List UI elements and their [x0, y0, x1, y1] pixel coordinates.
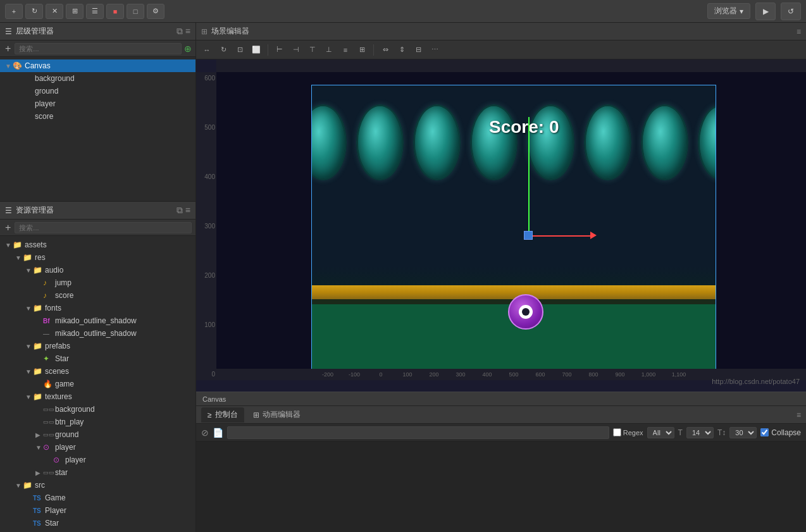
- browser-button[interactable]: 浏览器 ▾: [707, 3, 750, 19]
- tree-item-prefabs[interactable]: ▼ 📁 prefabs: [0, 340, 195, 352]
- tree-item-player-folder[interactable]: ▼ ⊙ player: [0, 441, 195, 454]
- oval-8: [698, 104, 716, 180]
- chevron-down-icon: ▾: [740, 7, 743, 16]
- tree-item-player-texture[interactable]: ⊙ player: [0, 454, 195, 466]
- group-btn[interactable]: ⊟: [411, 43, 425, 57]
- refresh-btn[interactable]: ↻: [25, 4, 43, 19]
- clear-console-btn[interactable]: ⊘: [201, 428, 209, 438]
- x-label-600: 600: [527, 371, 554, 378]
- console-filter-input[interactable]: [227, 426, 609, 439]
- rect-tool-btn[interactable]: ⬜: [249, 43, 263, 57]
- canvas-label-bar: Canvas: [196, 392, 806, 405]
- game-scene-label: game: [55, 380, 74, 388]
- res-folder-icon: 📁: [23, 253, 33, 262]
- hierarchy-copy-btn[interactable]: ⧉: [177, 26, 183, 37]
- scale-tool-btn[interactable]: ⊡: [233, 43, 247, 57]
- move-tool-btn[interactable]: ↔: [200, 43, 214, 57]
- ground-label: ground: [35, 87, 58, 96]
- regex-label: Regex: [623, 429, 643, 436]
- settings-btn[interactable]: ⚙: [147, 4, 164, 19]
- tab-console[interactable]: ≥ 控制台: [201, 407, 244, 423]
- src-label: src: [35, 481, 45, 490]
- tree-item-score-asset[interactable]: ♪ score: [0, 289, 195, 302]
- align-right-btn[interactable]: ⊤: [306, 43, 319, 57]
- align-mid-btn[interactable]: ≡: [338, 43, 352, 57]
- scene-menu-btn[interactable]: ≡: [797, 27, 801, 36]
- tree-item-font1[interactable]: Bf mikado_outline_shadow: [0, 314, 195, 327]
- dist-v-btn[interactable]: ⇕: [395, 43, 409, 57]
- align-left-btn[interactable]: ⊢: [273, 43, 287, 57]
- add-btn[interactable]: +: [5, 4, 23, 19]
- score-audio-icon: ♪: [43, 291, 53, 300]
- tree-item-btn-play[interactable]: ▭▭ btn_play: [0, 416, 195, 428]
- canvas-label: Canvas: [25, 61, 51, 70]
- tree-item-scenes[interactable]: ▼ 📁 scenes: [0, 365, 195, 378]
- regex-checkbox[interactable]: [613, 428, 621, 436]
- assets-tree: ▼ 📁 assets ▼ 📁 res ▼ 📁 audio: [0, 236, 195, 532]
- tree-item-src[interactable]: ▼ 📁 src: [0, 479, 195, 492]
- y-label-300: 300: [197, 223, 215, 230]
- oval-3: [413, 104, 461, 180]
- tree-item-canvas[interactable]: ▼ 🎨 Canvas: [0, 59, 195, 72]
- tree-item-star-prefab[interactable]: ✦ Star: [0, 352, 195, 365]
- assets-copy-btn[interactable]: ⧉: [177, 205, 183, 216]
- assets-search-input[interactable]: [15, 222, 192, 233]
- star-texture-label: star: [55, 468, 68, 477]
- reload-button[interactable]: ↺: [781, 3, 801, 20]
- tree-item-jump[interactable]: ♪ jump: [0, 276, 195, 289]
- hierarchy-search-extra[interactable]: ⊕: [184, 44, 192, 54]
- tree-item-ground[interactable]: ground: [0, 85, 195, 97]
- tab-animation[interactable]: ⊞ 动画编辑器: [247, 407, 307, 423]
- align-top-btn[interactable]: ⊥: [322, 43, 336, 57]
- tree-item-fonts[interactable]: ▼ 📁 fonts: [0, 302, 195, 314]
- font-size-select[interactable]: 14: [686, 427, 714, 438]
- tree-item-game-ts[interactable]: TS Game: [0, 492, 195, 504]
- tree-item-assets[interactable]: ▼ 📁 assets: [0, 238, 195, 251]
- player-label: player: [35, 99, 56, 108]
- star-prefab-label: Star: [55, 354, 69, 363]
- bg-texture-icon: ▭▭: [43, 406, 53, 412]
- collapse-checkbox[interactable]: [760, 428, 769, 436]
- assets-menu-btn[interactable]: ≡: [185, 205, 190, 216]
- tree-item-star-texture[interactable]: ▶ ▭▭ star: [0, 466, 195, 479]
- align-center-btn[interactable]: ⊣: [289, 43, 303, 57]
- hierarchy-add-btn[interactable]: +: [4, 44, 12, 54]
- src-folder-icon: 📁: [23, 481, 33, 490]
- grid-btn[interactable]: ⊞: [66, 4, 84, 19]
- tree-item-bg-texture[interactable]: ▭▭ background: [0, 403, 195, 416]
- hierarchy-search-input[interactable]: [15, 43, 182, 54]
- tree-item-player-ts[interactable]: TS Player: [0, 504, 195, 517]
- tree-item-audio[interactable]: ▼ 📁 audio: [0, 264, 195, 276]
- play-button[interactable]: ▶: [755, 3, 776, 20]
- line-height-select[interactable]: 30: [729, 427, 757, 438]
- tree-item-score[interactable]: score: [0, 110, 195, 123]
- assets-add-btn[interactable]: +: [4, 223, 12, 233]
- tree-item-star-ts[interactable]: TS Star: [0, 517, 195, 529]
- layers-btn[interactable]: ☰: [86, 4, 104, 19]
- tree-item-ground-texture[interactable]: ▶ ▭▭ ground: [0, 428, 195, 441]
- tree-item-game-scene[interactable]: 🔥 game: [0, 378, 195, 390]
- more-btn[interactable]: ⋯: [428, 43, 442, 57]
- tree-item-background[interactable]: background: [0, 72, 195, 85]
- player-folder-arrow: ▼: [35, 444, 43, 451]
- assets-icon: ☰: [5, 206, 12, 215]
- tree-item-res[interactable]: ▼ 📁 res: [0, 251, 195, 264]
- tree-item-textures[interactable]: ▼ 📁 textures: [0, 390, 195, 403]
- rotate-tool-btn[interactable]: ↻: [216, 43, 230, 57]
- lock-btn[interactable]: ■: [106, 4, 124, 19]
- textures-arrow: ▼: [25, 393, 33, 400]
- dist-h-btn[interactable]: ⇔: [378, 43, 392, 57]
- scene-canvas[interactable]: 使用鼠标右键平移视窗焦点，使用滚轮放缩视图 600 500 400 300 20…: [196, 59, 806, 392]
- game-scene-icon: 🔥: [43, 380, 53, 388]
- align-bottom-btn[interactable]: ⊞: [355, 43, 369, 57]
- tree-item-font2[interactable]: — mikado_outline_shadow: [0, 327, 195, 340]
- top-toolbar: + ↻ ✕ ⊞ ☰ ■ □ ⚙ 浏览器 ▾ ▶ ↺: [0, 0, 806, 23]
- save-log-btn[interactable]: 📄: [213, 428, 223, 438]
- tree-item-player[interactable]: player: [0, 97, 195, 110]
- view-btn[interactable]: □: [127, 4, 144, 19]
- log-level-select[interactable]: All: [647, 427, 674, 438]
- hierarchy-menu-btn[interactable]: ≡: [185, 26, 190, 37]
- stop-btn[interactable]: ✕: [46, 4, 63, 19]
- star-ts-icon: TS: [33, 520, 43, 527]
- bottom-panel-menu-btn[interactable]: ≡: [797, 411, 801, 419]
